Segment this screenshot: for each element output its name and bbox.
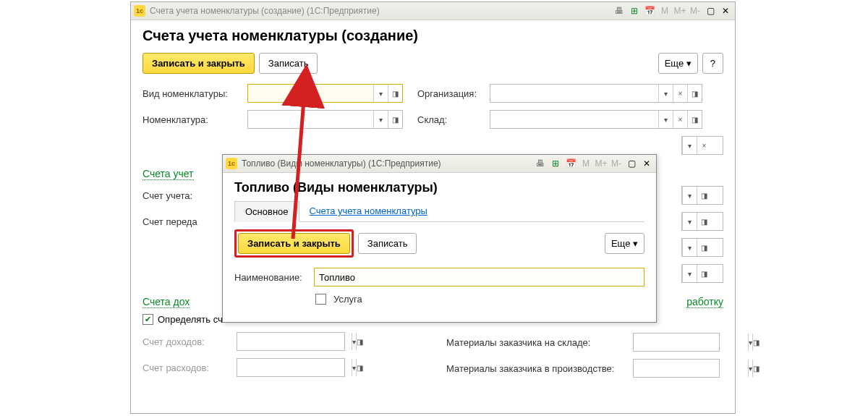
open-icon[interactable]: ◨ [687, 111, 702, 128]
tab-main[interactable]: Основное [234, 201, 299, 222]
open-icon[interactable]: ◨ [697, 239, 711, 256]
row-hidden-1: ▾ × [142, 136, 723, 155]
row-rashod: Счет расходов: ▾ ◨ [142, 358, 417, 377]
open-icon[interactable]: ◨ [388, 111, 402, 128]
page-title: Счета учета номенклатуры (создание) [142, 27, 723, 44]
partial-field-1[interactable]: ▾ × [681, 136, 723, 155]
partial-field-5[interactable]: ▾ ◨ [681, 264, 723, 283]
dialog-page-title: Топливо (Виды номенклатуры) [234, 180, 644, 195]
name-input[interactable] [314, 268, 644, 286]
close-icon[interactable]: ✕ [719, 4, 732, 17]
open-icon[interactable]: ◨ [697, 265, 711, 282]
open-icon[interactable]: ◨ [356, 333, 363, 350]
open-icon[interactable]: ◨ [388, 85, 402, 102]
dialog-more-button[interactable]: Еще ▾ [605, 233, 644, 254]
mat-proizv-field[interactable]: ▾ ◨ [633, 359, 720, 378]
app-1c-icon: 1c [226, 158, 237, 169]
m-button[interactable]: M [579, 157, 592, 170]
label-mat-sklad: Материалы заказчика на складе: [446, 337, 627, 348]
label-peredacha: Счет переда [142, 216, 229, 227]
save-button[interactable]: Записать [259, 53, 318, 74]
partial-field-2[interactable]: ▾ ◨ [681, 186, 723, 205]
mat-sklad-field[interactable]: ▾ ◨ [633, 333, 720, 352]
dialog-tabs: Основное Счета учета номенклатуры [234, 201, 644, 222]
m-button[interactable]: M [658, 4, 671, 17]
print-icon[interactable]: 🖶 [613, 4, 626, 17]
minimize-icon[interactable]: ▢ [704, 4, 717, 17]
row-dohod: Счет доходов: ▾ ◨ [142, 332, 417, 351]
open-icon[interactable]: ◨ [356, 359, 363, 376]
sklad-field[interactable]: ▾ × ◨ [490, 110, 702, 129]
label-schet: Счет учета: [142, 190, 229, 201]
row-name: Наименование: [234, 268, 644, 286]
dropdown-icon[interactable]: ▾ [373, 111, 388, 128]
service-checkbox[interactable]: ✔ [315, 294, 326, 305]
titlebar-tools: 🖶 ⊞ 📅 M M+ M- ▢ ✕ [613, 4, 732, 17]
section-rabotku: работку [686, 296, 723, 308]
dropdown-icon[interactable]: ▾ [682, 187, 697, 204]
help-button[interactable]: ? [702, 53, 723, 74]
dohod-field[interactable]: ▾ ◨ [237, 332, 345, 351]
clear-icon[interactable]: × [673, 111, 687, 128]
clear-icon[interactable]: × [673, 85, 687, 102]
main-window-title: Счета учета номенклатуры (создание) (1С:… [150, 6, 613, 16]
save-close-button[interactable]: Записать и закрыть [142, 53, 255, 74]
partial-field-4[interactable]: ▾ ◨ [681, 238, 723, 257]
open-icon[interactable]: ◨ [687, 85, 702, 102]
row-mat-proizv: Материалы заказчика в производстве: ▾ ◨ [446, 359, 723, 378]
dropdown-icon[interactable]: ▾ [658, 85, 673, 102]
m-plus-button[interactable]: M+ [673, 4, 686, 17]
m-minus-button[interactable]: M- [689, 4, 702, 17]
more-button[interactable]: Еще ▾ [658, 53, 698, 74]
dropdown-icon[interactable]: ▾ [682, 137, 697, 154]
label-nomen: Номенклатура: [142, 114, 240, 125]
label-org: Организация: [417, 88, 482, 99]
row-service: ✔ Услуга [315, 294, 644, 305]
dialog-save-button[interactable]: Записать [358, 233, 417, 254]
calculator-icon[interactable]: ⊞ [628, 4, 641, 17]
dropdown-icon[interactable]: ▾ [658, 111, 673, 128]
close-icon[interactable]: ✕ [640, 157, 653, 170]
minimize-icon[interactable]: ▢ [625, 157, 638, 170]
open-icon[interactable]: ◨ [697, 213, 711, 230]
label-sklad: Склад: [417, 114, 482, 125]
tab-accounts[interactable]: Счета учета номенклатуры [299, 201, 438, 221]
rashod-field[interactable]: ▾ ◨ [237, 358, 345, 377]
partial-field-3[interactable]: ▾ ◨ [681, 212, 723, 231]
open-icon[interactable]: ◨ [752, 360, 760, 377]
rashod-input[interactable] [237, 359, 352, 376]
dialog-toolbar: Записать и закрыть Записать Еще ▾ [234, 229, 644, 258]
label-vid-nomen: Вид номенклатуры: [142, 88, 240, 99]
m-plus-button[interactable]: M+ [595, 157, 608, 170]
dialog-body: Топливо (Виды номенклатуры) Основное Сче… [223, 173, 656, 322]
dropdown-icon[interactable]: ▾ [682, 213, 697, 230]
open-icon[interactable]: ◨ [752, 334, 760, 351]
org-field[interactable]: ▾ × ◨ [490, 84, 702, 103]
vid-nomen-field[interactable]: ▾ ◨ [247, 84, 403, 103]
label-dohod: Счет доходов: [142, 336, 229, 347]
dohod-input[interactable] [237, 333, 352, 350]
mat-proizv-input[interactable] [634, 360, 748, 377]
dropdown-icon[interactable]: ▾ [682, 239, 697, 256]
vid-nomen-input[interactable] [248, 85, 373, 102]
nomen-input[interactable] [248, 111, 373, 128]
dropdown-icon[interactable]: ▾ [373, 85, 388, 102]
section-dohod: Счета дох [142, 296, 190, 308]
calendar-icon[interactable]: 📅 [564, 157, 577, 170]
clear-icon[interactable]: × [697, 137, 711, 154]
calendar-icon[interactable]: 📅 [643, 4, 656, 17]
dialog-save-close-button[interactable]: Записать и закрыть [238, 233, 350, 254]
org-input[interactable] [490, 85, 658, 102]
dialog-window: 1c Топливо (Виды номенклатуры) (1С:Предп… [222, 154, 657, 323]
label-name: Наименование: [234, 272, 307, 283]
label-rashod: Счет расходов: [142, 362, 229, 373]
print-icon[interactable]: 🖶 [534, 157, 547, 170]
auto-checkbox[interactable]: ✔ [142, 314, 153, 325]
open-icon[interactable]: ◨ [697, 187, 711, 204]
sklad-input[interactable] [490, 111, 658, 128]
dropdown-icon[interactable]: ▾ [682, 265, 697, 282]
calculator-icon[interactable]: ⊞ [549, 157, 562, 170]
mat-sklad-input[interactable] [634, 334, 748, 351]
nomen-field[interactable]: ▾ ◨ [247, 110, 403, 129]
m-minus-button[interactable]: M- [610, 157, 623, 170]
